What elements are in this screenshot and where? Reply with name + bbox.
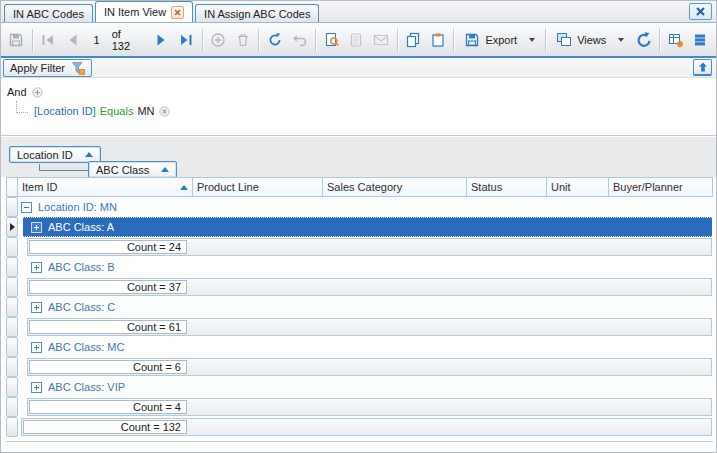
column-header-product-line[interactable]: Product Line	[192, 177, 323, 197]
group-row-body[interactable]: ABC Class: VIP	[18, 377, 713, 397]
apply-filter-button[interactable]: Apply Filter	[3, 59, 92, 77]
preview-button[interactable]	[319, 27, 344, 53]
save-button[interactable]	[4, 27, 29, 53]
group-row-body[interactable]: Location ID: MN	[18, 197, 713, 217]
tab-in-item-view[interactable]: IN Item View	[95, 1, 193, 22]
group-row-content: ABC Class: C	[18, 297, 713, 317]
expand-group-icon[interactable]	[31, 302, 42, 313]
group-button-abc-class[interactable]: ABC Class	[88, 161, 177, 178]
views-dropdown-icon[interactable]	[618, 38, 624, 42]
email-button[interactable]	[369, 27, 394, 53]
expand-group-icon[interactable]	[31, 262, 42, 273]
expand-group-icon[interactable]	[31, 342, 42, 353]
attachments-button[interactable]	[344, 27, 369, 53]
filter-root-operator[interactable]: And	[7, 86, 27, 98]
group-row-content: ABC Class: VIP	[18, 377, 713, 397]
group-row-label: Location ID: MN	[38, 201, 117, 213]
export-button[interactable]: Export	[457, 27, 542, 53]
expand-group-icon[interactable]	[31, 222, 42, 233]
previous-record-button[interactable]	[61, 27, 86, 53]
toolbar-separator	[659, 29, 660, 51]
group-row-content: ABC Class: B	[18, 257, 713, 277]
last-record-button[interactable]	[174, 27, 199, 53]
trash-icon	[235, 32, 251, 48]
grid-rows: Location ID: MNABC Class: ACount = 24ABC…	[6, 197, 713, 437]
sort-ascending-icon	[161, 167, 169, 172]
column-header-sales-category[interactable]: Sales Category	[322, 177, 467, 197]
summary-row-body: Count = 37	[18, 277, 713, 297]
group-row-body[interactable]: ABC Class: C	[18, 297, 713, 317]
tab-in-assign-abc-codes[interactable]: IN Assign ABC Codes	[195, 4, 319, 22]
undo-button[interactable]	[287, 27, 312, 53]
summary-count-cell: Count = 4	[29, 400, 187, 414]
row-selector-cell[interactable]	[6, 317, 18, 337]
row-selector-cell[interactable]	[6, 257, 18, 277]
views-button[interactable]: Views	[549, 27, 631, 53]
collapse-group-icon[interactable]	[21, 202, 32, 213]
tab-close-icon	[174, 9, 181, 16]
tab-in-abc-codes[interactable]: IN ABC Codes	[4, 4, 93, 22]
paste-button[interactable]	[426, 27, 451, 53]
column-header-label: Product Line	[197, 181, 259, 193]
row-selector-cell[interactable]	[6, 297, 18, 317]
summary-row-body: Count = 4	[18, 397, 713, 417]
row-selector-cell[interactable]	[6, 197, 18, 217]
filter-criteria-panel: And [Location ID] Equals MN	[1, 79, 716, 136]
column-header-buyer-planner[interactable]: Buyer/Planner	[608, 177, 713, 197]
export-dropdown-icon[interactable]	[529, 38, 535, 42]
layout-icon	[692, 32, 708, 48]
condition-operator[interactable]: Equals	[100, 105, 134, 117]
export-label: Export	[485, 34, 517, 46]
collapse-filter-button[interactable]	[693, 59, 712, 76]
tree-connector	[16, 101, 28, 113]
record-number: 1	[94, 34, 100, 46]
summary-row-body: Count = 6	[18, 357, 713, 377]
remove-condition-icon[interactable]	[159, 106, 170, 117]
group-button-location-id[interactable]: Location ID	[9, 146, 101, 163]
row-selector-cell[interactable]	[6, 217, 18, 237]
group-row-body[interactable]: ABC Class: A	[18, 217, 713, 237]
reset-view-button[interactable]	[631, 27, 656, 53]
column-header-item-id[interactable]: Item ID	[17, 177, 193, 197]
refresh-button[interactable]	[262, 27, 287, 53]
add-icon	[210, 32, 226, 48]
grid-settings-button[interactable]	[663, 27, 688, 53]
row-selector-cell[interactable]	[6, 397, 18, 417]
copy-button[interactable]	[401, 27, 426, 53]
row-selector-cell[interactable]	[6, 377, 18, 397]
layout-button[interactable]	[688, 27, 713, 53]
tab-strip: IN ABC CodesIN Item ViewIN Assign ABC Co…	[4, 1, 321, 22]
summary-row: Count = 61	[6, 317, 713, 337]
row-selector-cell[interactable]	[6, 417, 18, 437]
row-selector-cell[interactable]	[6, 277, 18, 297]
arrow-up-icon	[697, 61, 709, 73]
close-button[interactable]	[689, 3, 712, 20]
next-record-button[interactable]	[149, 27, 174, 53]
column-header-unit[interactable]: Unit	[546, 177, 609, 197]
row-selector-cell[interactable]	[6, 337, 18, 357]
add-record-button[interactable]	[206, 27, 231, 53]
row-selector-cell[interactable]	[6, 357, 18, 377]
column-header-status[interactable]: Status	[466, 177, 547, 197]
column-header-label: Buyer/Planner	[613, 181, 683, 193]
add-condition-icon[interactable]	[32, 87, 43, 98]
group-row-label: ABC Class: C	[48, 301, 115, 313]
grid-settings-icon	[668, 32, 684, 48]
tab-close-button[interactable]	[171, 6, 184, 19]
summary-box: Count = 6	[27, 358, 712, 376]
group-row-body[interactable]: ABC Class: MC	[18, 337, 713, 357]
condition-value[interactable]: MN	[137, 105, 154, 117]
summary-row: Count = 24	[6, 237, 713, 257]
filter-panel-header: Apply Filter	[1, 58, 716, 78]
group-button-label: ABC Class	[96, 164, 149, 176]
summary-row: Count = 37	[6, 277, 713, 297]
expand-group-icon[interactable]	[31, 382, 42, 393]
group-row-body[interactable]: ABC Class: B	[18, 257, 713, 277]
summary-row-body: Count = 132	[18, 417, 713, 437]
first-record-button[interactable]	[36, 27, 61, 53]
summary-box: Count = 4	[27, 398, 712, 416]
delete-record-button[interactable]	[231, 27, 256, 53]
row-selector-cell[interactable]	[6, 237, 18, 257]
toolbar-separator	[32, 29, 33, 51]
condition-field[interactable]: [Location ID]	[34, 105, 96, 117]
